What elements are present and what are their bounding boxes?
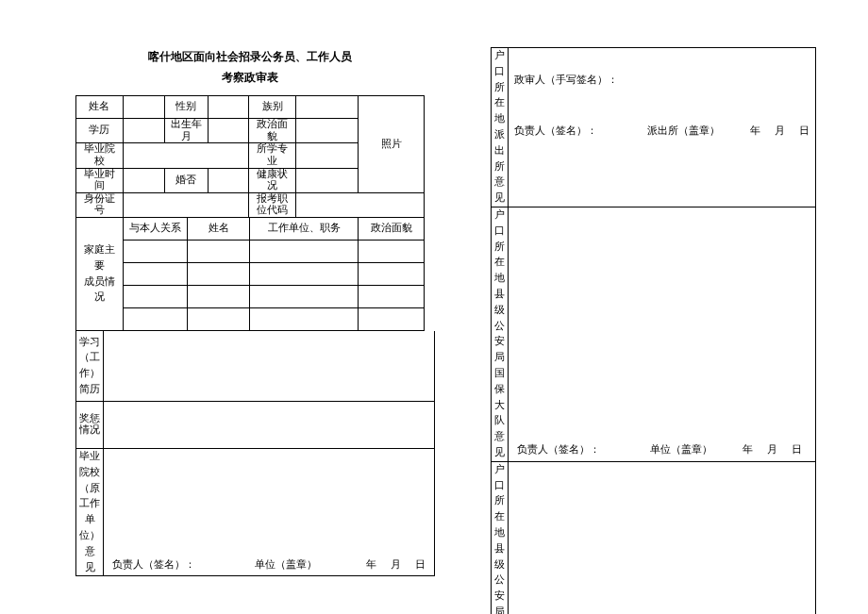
resume-award-table: 学习 （工作） 简历 奖惩情况 毕业院校 （原工作 单位）意 见 负责人（签名）… bbox=[75, 331, 435, 576]
responsible-label: 负责人（签名）： bbox=[514, 125, 597, 136]
family-header-work: 工作单位、职务 bbox=[250, 218, 359, 241]
day-label: 日 bbox=[799, 125, 810, 136]
document-body: 喀什地区面向社会招录公务员、工作人员 考察政审表 姓名 性别 族别 照片 学历 … bbox=[0, 0, 868, 614]
unit-seal-label: 单位（盖章） bbox=[650, 444, 712, 455]
county-guobao-sign-line: 负责人（签名）： 单位（盖章） 年 月 日 bbox=[511, 440, 812, 461]
opinions-table: 户口 所在 地派 出所 意见 政审人（手写签名）： 负责人（签名）： 派出所（盖… bbox=[491, 47, 816, 614]
label-hukou-police: 户口 所在 地派 出所 意见 bbox=[492, 48, 509, 207]
label-political: 政治面貌 bbox=[249, 119, 296, 143]
label-birth: 出生年月 bbox=[164, 119, 208, 143]
family-row bbox=[124, 263, 188, 286]
day-label: 日 bbox=[792, 444, 802, 455]
responsible-label: 负责人（签名）： bbox=[112, 559, 195, 570]
field-gradtime bbox=[123, 168, 164, 192]
label-ethnic: 族别 bbox=[249, 96, 296, 119]
field-health bbox=[296, 168, 359, 192]
field-resume bbox=[104, 331, 435, 401]
family-row bbox=[124, 308, 188, 331]
grad-opinion-sign-line: 负责人（签名）： 单位（盖章） 年 月 日 bbox=[107, 555, 431, 576]
label-major: 所学专业 bbox=[249, 143, 296, 168]
year-label: 年 bbox=[750, 125, 760, 136]
family-row bbox=[124, 286, 188, 308]
field-gender bbox=[208, 96, 249, 119]
label-resume: 学习 （工作） 简历 bbox=[76, 331, 104, 401]
family-row bbox=[124, 241, 188, 263]
title-line-1: 喀什地区面向社会招录公务员、工作人员 bbox=[75, 47, 425, 68]
family-table: 家庭主要 成员情况 与本人关系 姓名 工作单位、职务 政治面貌 bbox=[75, 218, 425, 332]
right-page: 户口 所在 地派 出所 意见 政审人（手写签名）： 负责人（签名）： 派出所（盖… bbox=[491, 47, 802, 614]
family-header-name: 姓名 bbox=[188, 218, 250, 241]
unit-seal-label: 单位（盖章） bbox=[255, 559, 317, 570]
field-school bbox=[123, 143, 249, 168]
label-grad-opinion: 毕业院校 （原工作 单位）意 见 bbox=[76, 448, 104, 575]
responsible-label: 负责人（签名）： bbox=[517, 444, 600, 455]
field-political bbox=[296, 119, 359, 143]
field-edu bbox=[123, 119, 164, 143]
title-line-2: 考察政审表 bbox=[75, 68, 425, 89]
label-award: 奖惩情况 bbox=[76, 401, 104, 448]
label-gender: 性别 bbox=[164, 96, 208, 119]
field-id bbox=[123, 192, 249, 217]
document-title: 喀什地区面向社会招录公务员、工作人员 考察政审表 bbox=[75, 47, 425, 88]
field-award bbox=[104, 401, 435, 448]
field-poscode bbox=[296, 192, 425, 217]
label-name: 姓名 bbox=[76, 96, 124, 119]
label-gradtime: 毕业时间 bbox=[76, 168, 124, 192]
label-family: 家庭主要 成员情况 bbox=[76, 218, 124, 331]
photo-cell: 照片 bbox=[359, 96, 425, 193]
label-marital: 婚否 bbox=[164, 168, 208, 192]
field-marital bbox=[208, 168, 249, 192]
month-label: 月 bbox=[767, 444, 777, 455]
station-seal-label: 派出所（盖章） bbox=[647, 125, 720, 136]
field-ethnic bbox=[296, 96, 359, 119]
label-school: 毕业院校 bbox=[76, 143, 124, 168]
year-label: 年 bbox=[743, 444, 753, 455]
family-header-political: 政治面貌 bbox=[359, 218, 425, 241]
label-id: 身份证号 bbox=[76, 192, 124, 217]
reviewer-label: 政审人（手写签名）： bbox=[514, 75, 618, 85]
day-label: 日 bbox=[415, 559, 426, 570]
field-name bbox=[123, 96, 164, 119]
field-major bbox=[296, 143, 359, 168]
field-grad-opinion: 负责人（签名）： 单位（盖章） 年 月 日 bbox=[104, 448, 435, 575]
label-health: 健康状况 bbox=[249, 168, 296, 192]
label-poscode: 报考职位代码 bbox=[249, 192, 296, 217]
family-header-relation: 与本人关系 bbox=[124, 218, 188, 241]
month-label: 月 bbox=[775, 125, 785, 136]
field-birth bbox=[208, 119, 249, 143]
basic-info-table: 姓名 性别 族别 照片 学历 出生年月 政治面貌 毕业院校 所学专业 bbox=[75, 95, 425, 218]
field-county-guobao: 负责人（签名）： 单位（盖章） 年 月 日 bbox=[509, 207, 816, 461]
year-label: 年 bbox=[366, 559, 376, 570]
label-county-guobao: 户口所在 地县级公 安局国保 大队意见 bbox=[492, 207, 509, 461]
label-edu: 学历 bbox=[76, 119, 124, 143]
left-page: 喀什地区面向社会招录公务员、工作人员 考察政审表 姓名 性别 族别 照片 学历 … bbox=[75, 47, 425, 614]
field-county-pub: 负责人（签名）： 单位（盖章） 年 月 日 bbox=[509, 461, 816, 614]
field-hukou-police: 政审人（手写签名）： 负责人（签名）： 派出所（盖章） 年 月 日 bbox=[509, 48, 816, 207]
month-label: 月 bbox=[391, 559, 401, 570]
hukou-police-sign-line: 负责人（签名）： 派出所（盖章） 年 月 日 bbox=[509, 121, 815, 142]
label-county-pub: 户口所在 地县级公 安局意见 bbox=[492, 461, 509, 614]
